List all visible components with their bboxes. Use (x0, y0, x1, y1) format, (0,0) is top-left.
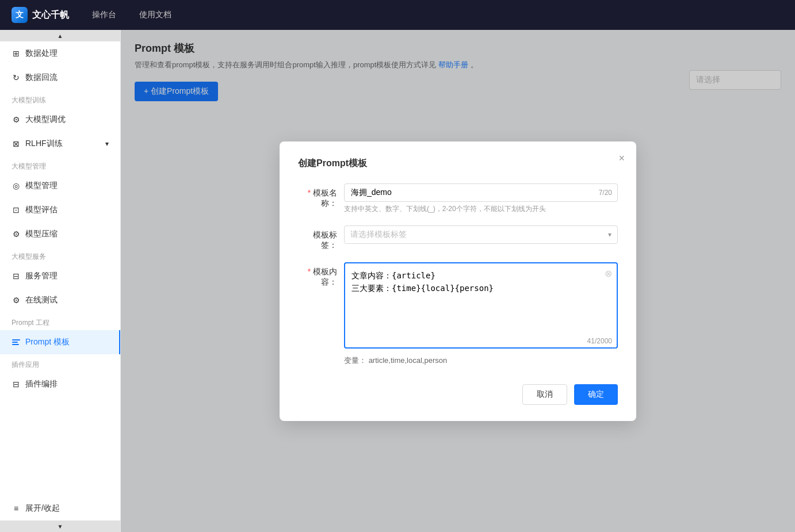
resize-handle[interactable] (611, 344, 617, 350)
form-content-tag: ▾ 请选择模板标签 (344, 225, 618, 244)
svg-rect-1 (12, 342, 18, 343)
form-row-tag: 模板标签： ▾ 请选择模板标签 (298, 225, 618, 251)
variables-row: 变量： article,time,local,person (344, 355, 618, 366)
modal-overlay: 创建Prompt模板 × * 模板名称： 7/20 支持中英文、数字、下划线(_… (121, 30, 795, 532)
name-input-wrapper: 7/20 (344, 183, 618, 202)
sidebar-item-service-management[interactable]: ⊟ 服务管理 (0, 264, 120, 288)
grid-icon: ⊞ (12, 49, 21, 58)
sidebar-scroll-up[interactable]: ▲ (0, 30, 120, 41)
sidebar-item-prompt-template[interactable]: Prompt 模板 (0, 330, 120, 354)
svg-line-5 (616, 349, 617, 350)
logo-icon: 文 (12, 7, 28, 23)
logo-text: 文心千帆 (32, 9, 69, 21)
refresh-icon: ↻ (12, 73, 21, 82)
sidebar-item-model-evaluation[interactable]: ⊡ 模型评估 (0, 198, 120, 222)
form-content-content: 文章内容：{article} 三大要素：{time}{local}{person… (344, 262, 618, 366)
sidebar-label-online-test: 在线测试 (25, 295, 58, 305)
name-hint: 支持中英文、数字、下划线(_)，2-20个字符，不能以下划线为开头 (344, 204, 618, 214)
sidebar-section-service: 大模型服务 (0, 246, 120, 264)
sidebar-label-plugin-editor: 插件编排 (25, 379, 58, 389)
modal-title: 创建Prompt模板 (298, 158, 618, 170)
compress-icon: ⚙ (12, 229, 21, 239)
form-row-name: * 模板名称： 7/20 支持中英文、数字、下划线(_)，2-20个字符，不能以… (298, 183, 618, 214)
menu-icon: ≡ (12, 504, 21, 513)
chevron-down-icon: ▾ (105, 140, 109, 148)
sidebar-item-model-finetune[interactable]: ⚙ 大模型调优 (0, 108, 120, 132)
modal-footer: 取消 确定 (298, 384, 618, 405)
svg-rect-2 (12, 344, 19, 345)
content-char-count: 41/2000 (587, 337, 612, 345)
sidebar-label-model-evaluation: 模型评估 (25, 205, 58, 215)
variables-value: article,time,local,person (369, 356, 448, 365)
confirm-button[interactable]: 确定 (574, 384, 618, 405)
test-icon: ⚙ (12, 296, 21, 305)
form-label-content: * 模板内容： (298, 262, 344, 288)
sidebar-label-data-backflow: 数据回流 (25, 72, 58, 83)
tag-select-wrapper: ▾ 请选择模板标签 (344, 225, 618, 244)
tag-select[interactable] (344, 225, 618, 244)
sidebar-item-expand-collapse[interactable]: ≡ 展开/收起 (0, 496, 120, 520)
svg-rect-0 (12, 339, 20, 340)
name-char-count: 7/20 (599, 189, 612, 197)
sidebar-label-expand-collapse: 展开/收起 (25, 503, 60, 514)
sidebar-section-prompt: Prompt 工程 (0, 312, 120, 330)
circle-icon: ◎ (12, 181, 21, 190)
sidebar-item-model-compression[interactable]: ⚙ 模型压缩 (0, 222, 120, 246)
form-content-name: 7/20 支持中英文、数字、下划线(_)，2-20个字符，不能以下划线为开头 (344, 183, 618, 214)
main-layout: ▲ ⊞ 数据处理 ↻ 数据回流 大模型训练 ⚙ 大模型调优 ⊠ RLHF训练 ▾… (0, 30, 795, 532)
service-icon: ⊟ (12, 271, 21, 281)
clear-content-button[interactable]: ⊗ (605, 268, 612, 279)
form-row-content: * 模板内容： 文章内容：{article} 三大要素：{time}{local… (298, 262, 618, 366)
sidebar-label-model-compression: 模型压缩 (25, 229, 58, 239)
sidebar-item-online-test[interactable]: ⚙ 在线测试 (0, 288, 120, 312)
template-content-textarea[interactable]: 文章内容：{article} 三大要素：{time}{local}{person… (344, 262, 618, 349)
sidebar-label-data-processing: 数据处理 (25, 48, 58, 59)
sidebar-item-plugin-editor[interactable]: ⊟ 插件编排 (0, 372, 120, 396)
variables-label: 变量： (344, 356, 366, 365)
box-icon: ⊠ (12, 139, 21, 148)
sidebar-label-rlhf: RLHF训练 (25, 139, 63, 149)
prompt-icon (12, 338, 21, 347)
sidebar: ▲ ⊞ 数据处理 ↻ 数据回流 大模型训练 ⚙ 大模型调优 ⊠ RLHF训练 ▾… (0, 30, 121, 532)
sidebar-section-plugin: 插件应用 (0, 354, 120, 372)
cancel-button[interactable]: 取消 (522, 384, 567, 405)
main-content: Prompt 模板 管理和查看prompt模板，支持在服务调用时组合prompt… (121, 30, 795, 532)
sidebar-item-model-management[interactable]: ◎ 模型管理 (0, 174, 120, 198)
sidebar-label-service-management: 服务管理 (25, 271, 58, 281)
form-label-name: * 模板名称： (298, 183, 344, 209)
nav-docs[interactable]: 使用文档 (139, 10, 171, 20)
sidebar-bottom-expand: ≡ 展开/收起 (0, 496, 120, 520)
sidebar-label-model-management: 模型管理 (25, 181, 58, 191)
sidebar-label-prompt-template: Prompt 模板 (25, 337, 70, 347)
sidebar-label-model-finetune: 大模型调优 (25, 114, 66, 125)
gear-icon: ⚙ (12, 115, 21, 124)
top-nav: 文 文心千帆 操作台 使用文档 (0, 0, 795, 30)
sidebar-item-rlhf[interactable]: ⊠ RLHF训练 ▾ (0, 132, 120, 156)
nav-operations[interactable]: 操作台 (92, 10, 116, 20)
eval-icon: ⊡ (12, 205, 21, 215)
sidebar-section-manage: 大模型管理 (0, 156, 120, 174)
sidebar-item-data-processing[interactable]: ⊞ 数据处理 (0, 41, 120, 66)
create-prompt-modal: 创建Prompt模板 × * 模板名称： 7/20 支持中英文、数字、下划线(_… (280, 141, 636, 421)
modal-close-button[interactable]: × (618, 153, 625, 163)
sidebar-scroll-down[interactable]: ▼ (0, 520, 120, 532)
plugin-icon: ⊟ (12, 380, 21, 389)
form-label-tag: 模板标签： (298, 225, 344, 251)
content-textarea-wrapper: 文章内容：{article} 三大要素：{time}{local}{person… (344, 262, 618, 351)
sidebar-item-data-backflow[interactable]: ↻ 数据回流 (0, 66, 120, 90)
logo: 文 文心千帆 (12, 7, 69, 23)
sidebar-section-train: 大模型训练 (0, 90, 120, 108)
template-name-input[interactable] (344, 183, 618, 202)
